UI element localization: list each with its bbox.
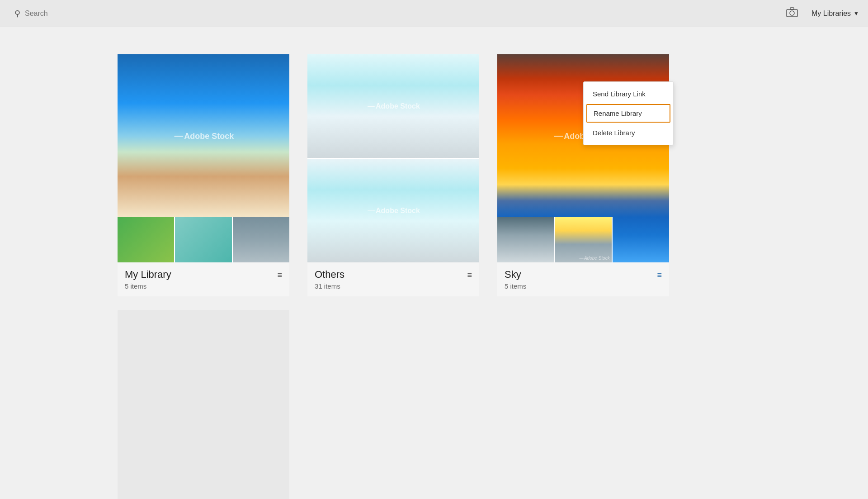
card-menu-button-sky[interactable]: ≡ <box>657 271 662 280</box>
context-menu-rename[interactable]: Rename Library <box>586 104 670 123</box>
context-menu: Send Library Link Rename Library Delete … <box>583 81 674 145</box>
card-count-sky: 5 items <box>505 282 662 290</box>
watermark-my-library: ⸻ Adobe Stock <box>173 131 234 141</box>
library-card-sky[interactable]: ⸻ Adobe Stock ⸻ Adobe Stock <box>497 54 669 296</box>
card-menu-button-my-library[interactable]: ≡ <box>277 271 282 280</box>
watermark-others-top: ⸻ Adobe Stock <box>367 102 420 110</box>
strip-image-sun-clouds: ⸻ Adobe Stock <box>555 217 612 262</box>
library-card-others[interactable]: ⸻ Adobe Stock ⸻ Adobe Stock Others <box>307 54 479 296</box>
strip-container-my-library <box>118 217 289 262</box>
my-libraries-button[interactable]: My Libraries ▼ <box>811 10 859 18</box>
chevron-down-icon: ▼ <box>854 10 859 17</box>
context-menu-send-link[interactable]: Send Library Link <box>584 85 673 103</box>
card-info-my-library: My Library 5 items ≡ <box>118 262 289 296</box>
card-title-sky: Sky <box>505 269 662 280</box>
strip-container-sky: ⸻ Adobe Stock <box>497 217 669 262</box>
card-title-my-library: My Library <box>125 269 282 280</box>
watermark-others-bottom: ⸻ Adobe Stock <box>367 207 420 215</box>
card-images-my-library: ⸻ Adobe Stock <box>118 54 289 262</box>
strip-image-mountain <box>233 217 289 262</box>
image-hand1: ⸻ Adobe Stock <box>307 54 479 159</box>
card-info-sky: Sky 5 items ≡ <box>497 262 669 296</box>
header: ⚲ My Libraries ▼ <box>0 0 868 27</box>
main-content: ⸻ Adobe Stock My Library 5 items ≡ <box>108 27 760 499</box>
card-title-others: Others <box>315 269 472 280</box>
strip-image-blue-sky <box>613 217 669 262</box>
svg-rect-2 <box>790 8 794 10</box>
strip-image-white-dog <box>175 217 232 262</box>
image-hand2: ⸻ Adobe Stock <box>307 159 479 262</box>
app-container: ⚲ My Libraries ▼ ⸻ Ad <box>0 0 868 499</box>
card-count-others: 31 items <box>315 282 472 290</box>
camera-icon[interactable] <box>786 7 798 20</box>
main-image-beach: ⸻ Adobe Stock <box>118 54 289 217</box>
svg-point-1 <box>790 11 794 15</box>
my-libraries-label: My Libraries <box>811 10 851 18</box>
search-icon: ⚲ <box>14 9 20 19</box>
strip-image-clouds2 <box>497 217 555 262</box>
card-images-others: ⸻ Adobe Stock ⸻ Adobe Stock <box>307 54 479 262</box>
search-input[interactable] <box>25 10 524 18</box>
library-card-my-library[interactable]: ⸻ Adobe Stock My Library 5 items ≡ <box>118 54 289 296</box>
card-count-my-library: 5 items <box>125 282 282 290</box>
context-menu-delete[interactable]: Delete Library <box>584 124 673 142</box>
placeholder-card <box>118 310 289 499</box>
search-container: ⚲ <box>9 5 529 22</box>
card-menu-button-others[interactable]: ≡ <box>467 271 472 280</box>
strip-image-dog <box>118 217 175 262</box>
card-info-others: Others 31 items ≡ <box>307 262 479 296</box>
library-grid: ⸻ Adobe Stock My Library 5 items ≡ <box>118 54 750 499</box>
